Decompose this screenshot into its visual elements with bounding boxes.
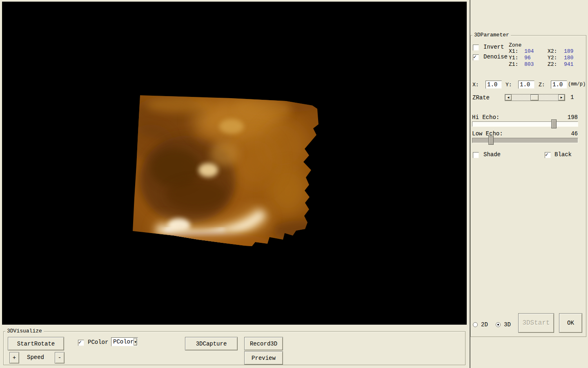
visualize-group-title: 3DVisualize bbox=[5, 328, 44, 334]
3dcapture-button[interactable]: 3DCapture bbox=[185, 337, 238, 350]
zone-y1-label: Y1: bbox=[509, 55, 518, 61]
zone-z1-value: 803 bbox=[524, 61, 534, 67]
mode-3d-label: 3D bbox=[504, 321, 511, 328]
hi-echo-label: Hi Echo: bbox=[472, 114, 499, 121]
hi-echo-slider[interactable] bbox=[472, 121, 578, 127]
preview-button[interactable]: Preview bbox=[244, 351, 283, 365]
scale-x-label: X: bbox=[472, 82, 479, 88]
scale-z-label: Z: bbox=[539, 82, 545, 88]
denoise-label: Denoise bbox=[483, 54, 508, 60]
pcolor-checkbox[interactable]: ✓ bbox=[78, 340, 84, 346]
render-viewport[interactable] bbox=[2, 2, 467, 325]
app-window: 3DParameter ✓ Invert ✓ Denoise Zone X1: … bbox=[0, 0, 588, 368]
zone-z1-label: Z1: bbox=[509, 61, 518, 67]
shade-checkbox[interactable]: ✓ bbox=[473, 152, 479, 158]
pcolor-dropdown-value: PColor bbox=[111, 339, 134, 345]
low-echo-slider-thumb[interactable] bbox=[488, 136, 494, 145]
invert-checkbox[interactable]: ✓ bbox=[473, 45, 479, 51]
low-echo-value: 46 bbox=[571, 130, 578, 137]
scroll-left-glyph: ◄ bbox=[508, 96, 510, 99]
zone-z2-label: Z2: bbox=[548, 61, 557, 67]
zone-label: Zone bbox=[509, 42, 521, 48]
zone-x2-value: 189 bbox=[564, 48, 573, 54]
black-label: Black bbox=[555, 151, 572, 158]
pcolor-dropdown[interactable]: PColor ▼ bbox=[111, 337, 138, 346]
scale-y-input[interactable] bbox=[518, 81, 535, 89]
zrate-value: 1 bbox=[570, 94, 574, 101]
record3d-button[interactable]: Record3D bbox=[244, 337, 283, 350]
hi-echo-value: 198 bbox=[568, 114, 578, 121]
zrate-label: ZRate bbox=[472, 94, 490, 101]
ultrasound-volume bbox=[2, 2, 467, 325]
zone-x2-label: X2: bbox=[548, 48, 557, 54]
scale-x-input[interactable] bbox=[486, 81, 502, 89]
dropdown-arrow-icon[interactable]: ▼ bbox=[134, 338, 137, 346]
speed-plus-button[interactable]: + bbox=[9, 352, 19, 364]
scroll-right-glyph: ► bbox=[561, 96, 563, 99]
scale-z-input[interactable] bbox=[551, 81, 567, 89]
check-icon: ✓ bbox=[473, 54, 477, 60]
check-icon: ✓ bbox=[545, 152, 548, 158]
scale-unit-label: (mm/p) bbox=[568, 81, 586, 87]
zone-z2-value: 941 bbox=[564, 61, 573, 67]
mode-3d-radio[interactable] bbox=[496, 322, 501, 327]
ok-button[interactable]: OK bbox=[559, 313, 582, 333]
shade-label: Shade bbox=[483, 151, 501, 158]
speed-label: Speed bbox=[27, 354, 44, 361]
low-echo-slider[interactable] bbox=[472, 138, 578, 143]
zrate-scroll-left-icon[interactable]: ◄ bbox=[505, 94, 512, 101]
mode-2d-radio[interactable] bbox=[473, 322, 478, 327]
check-icon: ✓ bbox=[78, 339, 82, 346]
low-echo-label: Low Echo: bbox=[472, 130, 503, 137]
zrate-scrollbar[interactable]: ◄ ► bbox=[505, 94, 565, 101]
scale-y-label: Y: bbox=[506, 82, 512, 88]
hi-echo-slider-thumb[interactable] bbox=[551, 119, 557, 128]
start-rotate-button[interactable]: StartRotate bbox=[8, 337, 64, 350]
parameter-group-title: 3DParameter bbox=[472, 32, 511, 38]
zrate-scroll-thumb[interactable] bbox=[530, 94, 539, 101]
zone-x1-value: 104 bbox=[524, 48, 534, 54]
zone-y2-value: 180 bbox=[564, 55, 573, 61]
denoise-checkbox[interactable]: ✓ bbox=[473, 54, 479, 61]
black-checkbox[interactable]: ✓ bbox=[545, 152, 551, 158]
3dstart-button[interactable]: 3DStart bbox=[518, 313, 554, 333]
zrate-scroll-right-icon[interactable]: ► bbox=[558, 94, 565, 101]
pcolor-label: PColor bbox=[88, 339, 108, 346]
mode-2d-label: 2D bbox=[481, 321, 488, 328]
invert-label: Invert bbox=[483, 44, 504, 50]
zone-y1-value: 96 bbox=[524, 55, 531, 61]
parameter-group: 3DParameter ✓ Invert ✓ Denoise Zone X1: … bbox=[470, 35, 586, 337]
dropdown-arrow-glyph: ▼ bbox=[134, 340, 136, 344]
visualize-group: 3DVisualize StartRotate ✓ PColor PColor … bbox=[3, 331, 466, 365]
speed-minus-button[interactable]: - bbox=[55, 352, 65, 364]
zone-x1-label: X1: bbox=[509, 48, 518, 54]
zone-y2-label: Y2: bbox=[548, 55, 557, 61]
